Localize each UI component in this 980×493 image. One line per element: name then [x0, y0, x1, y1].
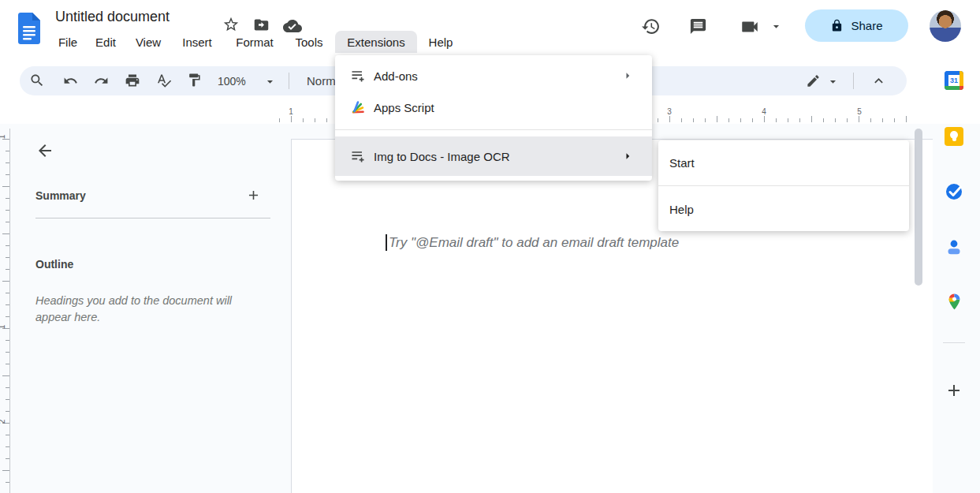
submenu-item-start[interactable]: Start — [658, 147, 909, 178]
add-summary-plus-icon[interactable] — [246, 188, 261, 203]
help-label: Help — [669, 203, 694, 216]
hruler-number: 1 — [286, 107, 296, 116]
menu-help[interactable]: Help — [420, 31, 461, 53]
document-title[interactable]: Untitled document — [55, 9, 170, 25]
hruler-number: 3 — [665, 107, 674, 116]
docs-logo-icon[interactable] — [16, 11, 43, 49]
redo-icon[interactable] — [94, 73, 109, 88]
menu-item-add-ons[interactable]: Add-ons — [335, 60, 652, 92]
add-ons-label: Add-ons — [374, 69, 620, 83]
menu-file[interactable]: File — [50, 31, 85, 53]
comments-icon[interactable] — [689, 17, 707, 35]
document-placeholder-text[interactable]: Try "@Email draft" to add an email draft… — [389, 235, 679, 251]
paragraph-style-select[interactable]: Norm — [307, 74, 336, 88]
ocr-submenu: Start Help — [658, 140, 909, 231]
vruler-number: 1 — [0, 325, 6, 330]
tasks-icon[interactable] — [945, 182, 963, 201]
menu-insert[interactable]: Insert — [171, 31, 223, 53]
paint-format-icon[interactable] — [187, 73, 202, 88]
menu-divider — [335, 129, 652, 130]
get-add-ons-plus-icon[interactable] — [945, 381, 963, 400]
vruler-number: 1 — [0, 135, 6, 140]
outline-label: Outline — [35, 258, 73, 271]
submenu-divider — [658, 185, 909, 186]
vruler-number: 2 — [0, 420, 6, 424]
hide-menus-chevron-icon[interactable] — [870, 73, 887, 89]
menu-tools[interactable]: Tools — [286, 31, 332, 53]
calendar-icon[interactable]: 31 — [945, 71, 963, 90]
summary-label: Summary — [35, 189, 86, 202]
menu-extensions[interactable]: Extensions — [335, 31, 417, 53]
spellcheck-icon[interactable] — [156, 73, 172, 88]
menu-item-img-to-docs-ocr[interactable]: Img to Docs - Image OCR — [335, 136, 652, 176]
submenu-arrow-icon — [620, 149, 635, 163]
side-rail-divider — [943, 342, 965, 343]
start-label: Start — [669, 156, 695, 170]
text-cursor-caret — [386, 234, 387, 251]
share-button[interactable]: Share — [805, 9, 908, 42]
toolbar-separator-right — [853, 73, 854, 89]
outline-hint: Headings you add to the document will ap… — [35, 293, 266, 326]
print-icon[interactable] — [125, 73, 140, 88]
meet-camera-icon[interactable] — [740, 17, 760, 37]
account-avatar[interactable] — [930, 10, 961, 42]
version-history-icon[interactable] — [641, 17, 661, 36]
extensions-dropdown-menu: Add-ons Apps Script Img to Docs - Image … — [335, 55, 652, 181]
img-to-docs-icon — [350, 148, 366, 164]
editing-mode-pencil-icon[interactable] — [806, 73, 821, 88]
close-outline-panel-back-icon[interactable] — [35, 141, 54, 160]
meet-dropdown-icon[interactable] — [769, 20, 783, 33]
hruler-number: 5 — [855, 107, 864, 116]
menu-edit[interactable]: Edit — [87, 31, 125, 53]
img-to-docs-label: Img to Docs - Image OCR — [374, 150, 620, 163]
maps-icon[interactable] — [945, 293, 963, 311]
menu-format[interactable]: Format — [225, 31, 285, 53]
apps-script-label: Apps Script — [374, 101, 635, 114]
zoom-dropdown-icon[interactable] — [263, 75, 277, 88]
vruler-half-ticks — [2, 139, 9, 493]
vertical-scrollbar[interactable] — [915, 129, 922, 286]
lock-icon — [830, 19, 844, 32]
google-docs-window: Untitled document File Edit View Insert … — [0, 0, 980, 493]
summary-divider — [35, 218, 270, 218]
add-ons-icon — [350, 68, 366, 84]
share-label: Share — [851, 19, 882, 32]
vruler-line — [9, 129, 10, 493]
editing-mode-dropdown-icon[interactable] — [826, 75, 840, 88]
submenu-item-help[interactable]: Help — [658, 193, 909, 225]
toolbar-separator — [289, 73, 289, 89]
zoom-select[interactable]: 100% — [218, 75, 246, 88]
keep-icon[interactable] — [945, 127, 963, 146]
hruler-number: 4 — [759, 107, 769, 116]
menu-item-apps-script[interactable]: Apps Script — [335, 92, 652, 123]
apps-script-icon — [350, 99, 366, 115]
menu-view[interactable]: View — [127, 31, 170, 53]
search-icon[interactable] — [29, 73, 45, 88]
contacts-icon[interactable] — [945, 237, 963, 256]
submenu-arrow-icon — [620, 69, 635, 83]
undo-icon[interactable] — [63, 73, 78, 88]
